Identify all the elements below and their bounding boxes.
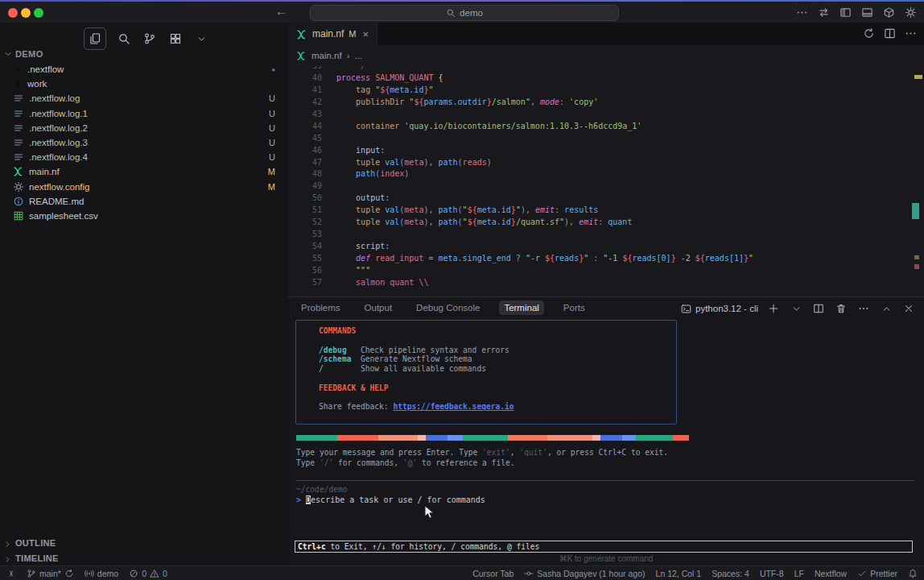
file-row--nextflow-log-4[interactable]: .nextflow.log.4U bbox=[0, 150, 288, 164]
file-row--nextflow-log-2[interactable]: .nextflow.log.2U bbox=[0, 121, 288, 135]
split-button[interactable] bbox=[811, 301, 826, 316]
layout-panel-button[interactable] bbox=[860, 5, 874, 19]
line-number: 47 bbox=[288, 157, 333, 169]
terminal-line bbox=[319, 393, 676, 403]
extensions-button[interactable] bbox=[167, 31, 184, 47]
files-button[interactable] bbox=[84, 27, 106, 50]
terminal-instance[interactable]: python3.12 - cli bbox=[681, 303, 758, 313]
file-row-nextflow-config[interactable]: nextflow.configM bbox=[0, 180, 288, 194]
status-item-nextflow[interactable]: Nextflow bbox=[815, 569, 847, 578]
code-line-52: 52 tuple val(meta), path("${meta.id}/qua… bbox=[288, 217, 924, 229]
file-name: .nextflow.log.2 bbox=[29, 123, 88, 133]
command-center-search[interactable]: demo bbox=[310, 5, 619, 21]
line-number: 42 bbox=[288, 97, 333, 109]
file-name: .nextflow.log.3 bbox=[29, 138, 88, 147]
outline-section[interactable]: OUTLINE bbox=[3, 538, 56, 549]
git-status-badge: U bbox=[269, 138, 275, 147]
remote-icon bbox=[6, 569, 16, 578]
file-row--nextflow-log-1[interactable]: .nextflow.log.1U bbox=[0, 106, 288, 121]
cube-button[interactable] bbox=[881, 5, 896, 19]
panel-tab-debug-console[interactable]: Debug Console bbox=[411, 300, 485, 315]
panel-tab-output[interactable]: Output bbox=[360, 300, 398, 315]
search-button[interactable] bbox=[116, 31, 132, 47]
gradient-segment bbox=[508, 435, 547, 441]
terminal-shortcut-bar: Ctrl+c to Exit, ↑/↓ for history, / comma… bbox=[295, 541, 913, 553]
error-icon bbox=[129, 569, 138, 578]
explorer-section-header[interactable]: DEMO bbox=[3, 48, 43, 59]
file-row-README-md[interactable]: README.md bbox=[0, 194, 288, 209]
tab-main-nf[interactable]: main.nf M × bbox=[288, 23, 377, 45]
chevron-up-button[interactable] bbox=[879, 301, 893, 316]
layout-sidebar-button[interactable] bbox=[838, 5, 852, 19]
chevron-down-button[interactable] bbox=[789, 301, 803, 316]
gradient-segment bbox=[426, 435, 448, 441]
back-icon[interactable]: ← bbox=[275, 4, 287, 18]
traffic-close-button[interactable] bbox=[8, 8, 18, 18]
status-item-remote[interactable] bbox=[6, 569, 16, 578]
log-icon bbox=[13, 151, 24, 163]
terminal-line: /schema Generate Nextflow schema bbox=[319, 354, 676, 364]
chevron-down-button[interactable] bbox=[193, 31, 209, 47]
outline-label: OUTLINE bbox=[15, 538, 56, 548]
more-button[interactable] bbox=[856, 301, 871, 316]
ruler-mark bbox=[914, 264, 919, 269]
more-button[interactable] bbox=[794, 5, 809, 19]
terminal-line: COMMANDS bbox=[319, 326, 676, 336]
status-item-0[interactable]: 00 bbox=[129, 569, 167, 578]
status-item-spaces-4[interactable]: Spaces: 4 bbox=[712, 569, 749, 578]
code-line-53: 53 bbox=[288, 229, 924, 241]
status-item-ln-12-col-1[interactable]: Ln 12, Col 1 bbox=[656, 569, 702, 578]
status-right: Cursor TabSasha Dagayev (1 hour ago)Ln 1… bbox=[472, 569, 918, 578]
status-label: 0 bbox=[163, 569, 167, 578]
code-editor[interactable]: 39 */40process SALMON_QUANT {41 tag "${m… bbox=[288, 66, 924, 296]
gradient-segment bbox=[418, 435, 426, 441]
gear-button[interactable] bbox=[903, 5, 918, 19]
swap-button[interactable] bbox=[816, 5, 831, 19]
status-item-cursor-tab[interactable]: Cursor Tab bbox=[472, 569, 514, 578]
traffic-minimize-button[interactable] bbox=[21, 8, 31, 18]
status-item-sasha-dagayev-1-hour-ago-[interactable]: Sasha Dagayev (1 hour ago) bbox=[524, 569, 645, 578]
code-line-43: 43 bbox=[288, 109, 924, 121]
file-row-work[interactable]: work bbox=[0, 77, 288, 91]
status-item-lf[interactable]: LF bbox=[794, 569, 804, 578]
status-item-demo[interactable]: demo bbox=[85, 569, 118, 578]
branch-icon bbox=[27, 569, 36, 578]
status-item-main-[interactable]: main* bbox=[27, 569, 74, 578]
code-line-57: 57 salmon quant \\ bbox=[288, 277, 924, 289]
divider bbox=[296, 480, 914, 481]
file-row--nextflow-log[interactable]: .nextflow.logU bbox=[0, 91, 288, 106]
close-button[interactable] bbox=[901, 301, 916, 316]
more-button[interactable] bbox=[903, 26, 918, 40]
terminal-input[interactable]: > Describe a task or use / for commands bbox=[296, 495, 485, 504]
line-number: 44 bbox=[288, 121, 333, 133]
status-item-utf-8[interactable]: UTF-8 bbox=[760, 569, 784, 578]
status-label: main* bbox=[39, 569, 61, 578]
compare-button[interactable] bbox=[861, 26, 876, 40]
file-row-main-nf[interactable]: main.nfM bbox=[0, 164, 288, 179]
status-item-prettier[interactable]: Prettier bbox=[857, 569, 897, 578]
timeline-label: TIMELINE bbox=[15, 553, 59, 563]
traffic-zoom-button[interactable] bbox=[34, 8, 43, 18]
status-label: Spaces: 4 bbox=[712, 569, 749, 578]
trash-button[interactable] bbox=[834, 301, 848, 316]
file-row--nextflow-log-3[interactable]: .nextflow.log.3U bbox=[0, 135, 288, 150]
cli-help-box: COMMANDS/debug Check pipeline syntax and… bbox=[295, 320, 677, 425]
panel-tab-problems[interactable]: Problems bbox=[296, 300, 345, 315]
file-row-samplesheet-csv[interactable]: samplesheet.csv bbox=[0, 209, 288, 223]
close-icon[interactable]: × bbox=[363, 28, 369, 40]
panel-tab-ports[interactable]: Ports bbox=[559, 300, 590, 315]
panel-tab-terminal[interactable]: Terminal bbox=[499, 300, 543, 315]
split-button[interactable] bbox=[882, 26, 897, 40]
status-item-bell[interactable] bbox=[908, 569, 918, 578]
line-number: 41 bbox=[288, 85, 333, 97]
terminal-icon bbox=[681, 303, 691, 313]
plus-button[interactable] bbox=[766, 301, 781, 316]
source-control-button[interactable] bbox=[142, 31, 158, 47]
chevron-right-icon bbox=[13, 79, 23, 89]
file-row--nextflow[interactable]: .nextflow● bbox=[0, 62, 288, 77]
timeline-section[interactable]: TIMELINE bbox=[3, 553, 59, 564]
file-name: .nextflow.log.1 bbox=[29, 109, 88, 118]
breadcrumb[interactable]: main.nf › ... bbox=[288, 45, 924, 66]
git-status-badge: M bbox=[268, 167, 275, 176]
trash-icon bbox=[835, 303, 847, 314]
